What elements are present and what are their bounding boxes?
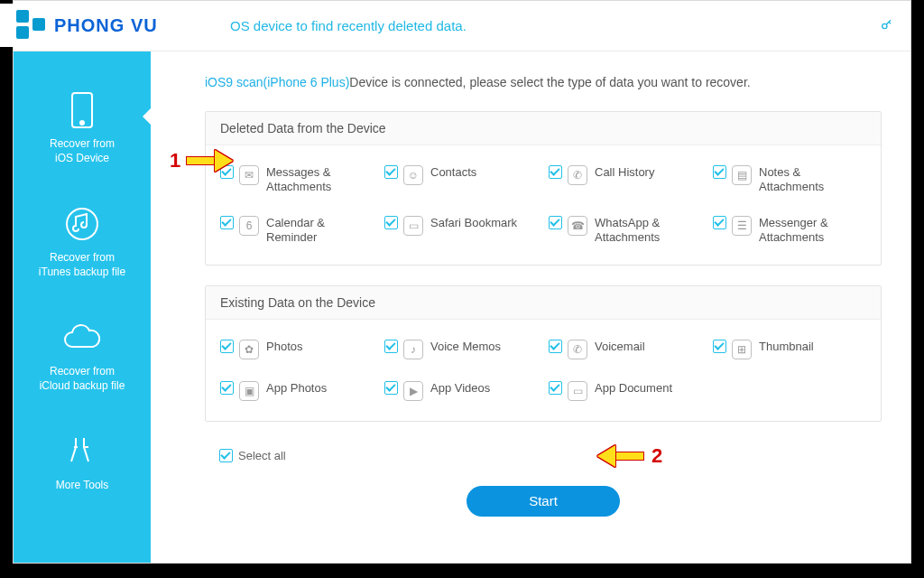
data-type-option[interactable]: ▭App Document [543,374,707,415]
annotation-number: 1 [170,149,180,172]
sidebar-item-icloud[interactable]: Recover from iCloud backup file [14,319,151,393]
sidebar-item-ios-device[interactable]: Recover from iOS Device [14,91,151,165]
checkbox-icon[interactable] [713,165,726,179]
type-icon: 6 [239,216,259,236]
select-all-label: Select all [238,449,286,462]
type-icon: ☎ [568,216,587,236]
topbar-hint: OS device to find recently deleted data. [230,18,467,33]
data-type-option[interactable]: ▤Notes & Attachments [707,158,872,209]
data-type-option[interactable]: ☎WhatsApp & Attachments [543,209,707,259]
data-type-option[interactable]: ☺Contacts [379,158,543,209]
annotation-number: 2 [651,444,662,468]
crumb-rest: Device is connected, please select the t… [349,75,750,89]
sidebar-item-more-tools[interactable]: More Tools [14,433,151,492]
cloud-icon [14,319,151,357]
type-icon: ▶ [403,381,423,401]
panel-title: Deleted Data from the Device [206,112,881,145]
panel-existing-data: Existing Data on the Device ✿Photos♪Voic… [205,285,882,422]
type-icon: ▣ [239,381,259,401]
data-type-option[interactable]: ✆Call History [543,158,707,209]
type-icon: ✿ [239,340,259,359]
option-label: WhatsApp & Attachments [595,216,660,245]
option-label: App Videos [430,381,490,396]
device-name: iOS9 scan(iPhone 6 Plus) [205,75,349,89]
option-label: Voice Memos [430,340,501,354]
type-icon: ✆ [568,340,587,359]
option-label: Thumbnail [759,340,814,354]
phone-icon [14,91,151,129]
type-icon: ▭ [568,381,587,401]
type-icon: ☰ [732,216,752,236]
checkbox-icon[interactable] [549,165,562,179]
checkbox-icon[interactable] [713,216,726,229]
svg-point-3 [80,121,84,125]
type-icon: ▭ [403,216,423,236]
itunes-icon [14,205,151,243]
type-icon: ⊞ [732,340,752,359]
breadcrumb: iOS9 scan(iPhone 6 Plus)Device is connec… [205,75,882,89]
option-label: Voicemail [595,340,645,354]
option-label: Call History [595,165,654,180]
panel-title: Existing Data on the Device [206,286,881,320]
watermark-logo-icon [16,10,47,41]
annotation-2: 2 [596,444,662,468]
sidebar-item-label: Recover from iTunes backup file [14,250,151,279]
checkbox-icon[interactable] [220,216,234,229]
data-type-option[interactable]: 6Calendar & Reminder [215,209,379,259]
select-all-row[interactable]: Select all [205,442,882,462]
type-icon: ▤ [732,165,752,185]
sidebar-item-label: Recover from iCloud backup file [14,364,151,393]
sidebar-item-itunes[interactable]: Recover from iTunes backup file [14,205,151,279]
option-label: Safari Bookmark [430,216,517,230]
type-icon: ♪ [403,340,423,359]
checkbox-icon[interactable] [713,340,726,353]
checkbox-icon[interactable] [549,216,562,229]
tools-icon [14,433,151,471]
data-type-option[interactable]: ▶App Videos [379,374,543,415]
watermark-text: PHONG VU [54,15,158,36]
option-label: Photos [266,340,302,354]
data-type-option[interactable]: ⊞Thumbnail [707,332,872,374]
data-type-option[interactable]: ♪Voice Memos [379,332,543,374]
option-label: Messages & Attachments [266,165,331,194]
option-label: Calendar & Reminder [266,216,325,245]
checkbox-icon[interactable] [384,340,398,353]
data-type-option[interactable]: ▣App Photos [215,374,379,415]
start-button-label: Start [529,493,558,508]
data-type-option[interactable]: ▭Safari Bookmark [379,209,543,259]
checkbox-icon[interactable] [384,165,398,179]
option-label: App Photos [266,381,327,396]
checkbox-icon[interactable] [549,381,562,395]
arrow-right-icon [186,152,235,170]
option-label: Messenger & Attachments [759,216,828,245]
data-type-option[interactable]: ☰Messenger & Attachments [707,209,872,259]
svg-point-1 [882,23,887,28]
annotation-1: 1 [170,149,235,172]
watermark: PHONG VU [0,4,202,47]
data-type-option[interactable]: ✆Voicemail [543,332,707,374]
type-icon: ☺ [403,165,423,185]
checkbox-icon[interactable] [384,381,398,395]
checkbox-icon[interactable] [220,340,234,353]
arrow-left-icon [596,447,644,465]
sidebar-item-label: More Tools [14,478,151,492]
panel-deleted-data: Deleted Data from the Device ✉Messages &… [205,111,882,266]
sidebar-item-label: Recover from iOS Device [14,136,151,165]
main: iOS9 scan(iPhone 6 Plus)Device is connec… [151,51,910,563]
option-label: App Document [595,381,672,396]
type-icon: ✆ [568,165,587,185]
checkbox-icon[interactable] [220,381,234,395]
checkbox-icon[interactable] [219,449,233,462]
data-type-option[interactable]: ✿Photos [215,332,379,374]
sidebar: Recover from iOS Device Recover from iTu… [14,51,151,563]
option-label: Notes & Attachments [759,165,824,194]
start-button[interactable]: Start [467,486,620,517]
key-icon[interactable] [880,17,894,32]
option-label: Contacts [430,165,476,180]
checkbox-icon[interactable] [549,340,562,353]
checkbox-icon[interactable] [384,216,398,229]
